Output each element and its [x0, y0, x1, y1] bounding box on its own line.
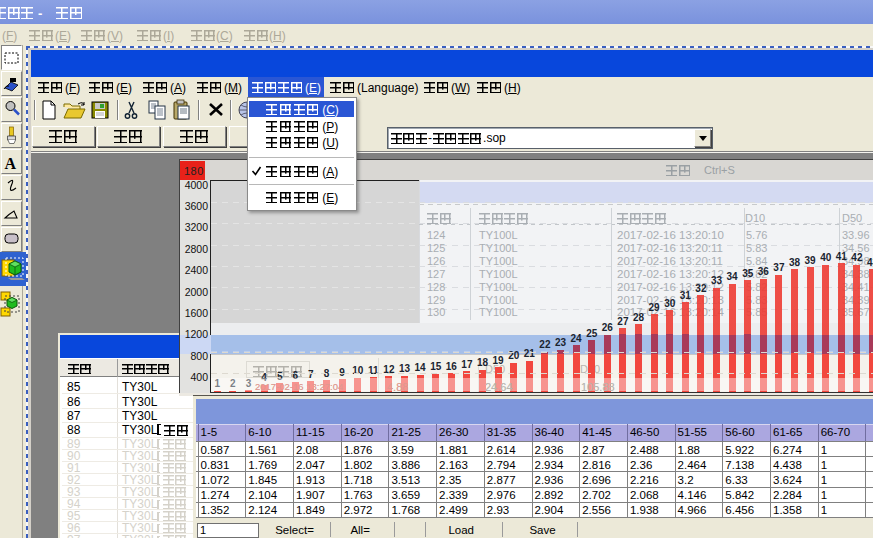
svg-text:A: A: [5, 155, 17, 172]
